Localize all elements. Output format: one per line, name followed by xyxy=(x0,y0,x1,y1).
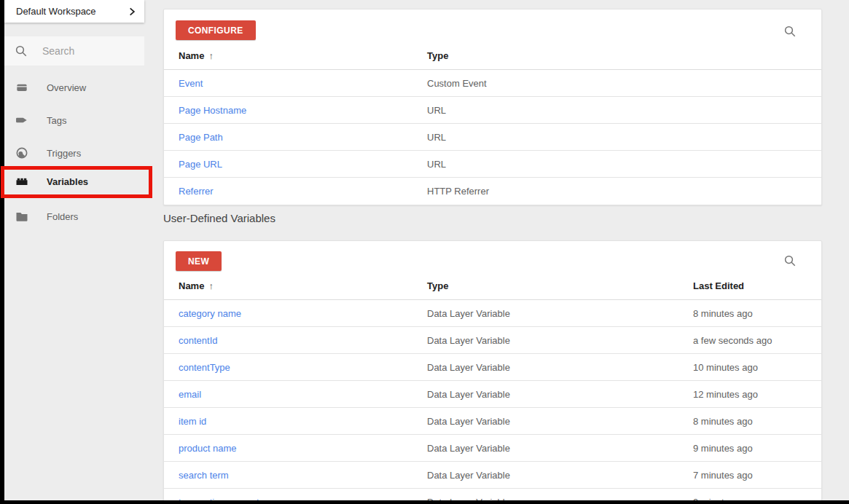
user-defined-variables-card: NEW Name ↑ Type Last Edited category nam… xyxy=(163,240,822,504)
user-defined-table-body: category name Data Layer Variable 8 minu… xyxy=(164,300,821,504)
table-row[interactable]: Page Hostname URL xyxy=(164,97,821,124)
gtm-variables-page: Default Workspace Search Overview Tags T… xyxy=(0,0,849,504)
table-row[interactable]: Page URL URL xyxy=(164,151,821,178)
column-header-last-edited[interactable]: Last Edited xyxy=(693,272,744,299)
table-row[interactable]: product name Data Layer Variable 9 minut… xyxy=(164,435,821,462)
sidebar-item-triggers[interactable]: Triggers xyxy=(4,140,144,166)
screenshot-border-bottom xyxy=(0,500,849,504)
variable-type: URL xyxy=(427,105,446,116)
variable-type: HTTP Referrer xyxy=(427,186,489,197)
sidebar-item-label: Tags xyxy=(47,115,66,126)
sidebar-search-input[interactable]: Search xyxy=(4,36,144,66)
variable-last-edited: 10 minutes ago xyxy=(693,362,758,373)
sidebar-item-label: Variables xyxy=(47,176,88,187)
variable-last-edited: 12 minutes ago xyxy=(693,389,758,400)
column-header-type[interactable]: Type xyxy=(427,272,448,299)
variable-type: Data Layer Variable xyxy=(427,308,510,319)
tag-icon xyxy=(15,113,29,127)
variable-name-link[interactable]: search term xyxy=(179,470,229,481)
search-icon[interactable] xyxy=(783,25,797,38)
search-icon[interactable] xyxy=(783,254,797,267)
builtin-table-header: Name ↑ Type xyxy=(164,42,821,70)
sidebar-item-tags[interactable]: Tags xyxy=(4,107,144,133)
builtin-table-body: Event Custom Event Page Hostname URL Pag… xyxy=(164,70,821,205)
variables-icon xyxy=(15,174,29,189)
table-row[interactable]: Event Custom Event xyxy=(164,70,821,97)
variable-last-edited: a few seconds ago xyxy=(693,335,772,346)
variable-name-link[interactable]: category name xyxy=(179,308,241,319)
search-placeholder: Search xyxy=(42,45,74,57)
variable-name-link[interactable]: email xyxy=(179,389,201,400)
table-row[interactable]: contentId Data Layer Variable a few seco… xyxy=(164,327,821,354)
overview-icon xyxy=(15,80,29,95)
table-row[interactable]: search term Data Layer Variable 7 minute… xyxy=(164,462,821,489)
sidebar-item-folders[interactable]: Folders xyxy=(4,203,144,229)
table-row[interactable]: item id Data Layer Variable 8 minutes ag… xyxy=(164,408,821,435)
variable-name-link[interactable]: contentType xyxy=(179,362,230,373)
table-row[interactable]: contentType Data Layer Variable 10 minut… xyxy=(164,354,821,381)
variable-type: URL xyxy=(427,132,446,143)
variable-name-link[interactable]: product name xyxy=(179,443,237,454)
variable-type: URL xyxy=(427,159,446,170)
variable-last-edited: 7 minutes ago xyxy=(693,470,753,481)
variable-type: Custom Event xyxy=(427,78,487,89)
triggers-icon xyxy=(15,146,29,160)
variable-type: Data Layer Variable xyxy=(427,335,510,346)
sidebar-item-label: Folders xyxy=(47,211,78,222)
sidebar-item-overview[interactable]: Overview xyxy=(4,74,144,101)
configure-button[interactable]: CONFIGURE xyxy=(176,20,256,40)
variable-type: Data Layer Variable xyxy=(427,362,510,373)
folder-icon xyxy=(15,209,29,224)
variable-type: Data Layer Variable xyxy=(427,389,510,400)
workspace-selector[interactable]: Default Workspace xyxy=(4,0,144,23)
sidebar-item-label: Overview xyxy=(47,82,86,93)
table-row[interactable]: Referrer HTTP Referrer xyxy=(164,178,821,205)
user-defined-table-header: Name ↑ Type Last Edited xyxy=(164,272,821,300)
variable-name-link[interactable]: item id xyxy=(179,416,206,427)
variable-name-link[interactable]: Referrer xyxy=(179,186,214,197)
variable-name-link[interactable]: Page URL xyxy=(179,159,222,170)
variable-type: Data Layer Variable xyxy=(427,470,510,481)
variable-type: Data Layer Variable xyxy=(427,416,510,427)
workspace-name: Default Workspace xyxy=(16,6,127,17)
variable-name-link[interactable]: contentId xyxy=(179,335,218,346)
sort-ascending-icon: ↑ xyxy=(208,50,214,61)
table-row[interactable]: category name Data Layer Variable 8 minu… xyxy=(164,300,821,327)
chevron-right-icon[interactable] xyxy=(127,7,137,17)
variable-last-edited: 8 minutes ago xyxy=(693,416,753,427)
column-header-type[interactable]: Type xyxy=(427,42,448,69)
search-icon xyxy=(15,44,28,58)
sort-ascending-icon: ↑ xyxy=(208,280,214,291)
builtin-variables-card: CONFIGURE Name ↑ Type Event Custom Event xyxy=(163,9,822,205)
column-header-name[interactable]: Name ↑ xyxy=(179,272,214,299)
variable-name-link[interactable]: Page Path xyxy=(179,132,223,143)
table-row[interactable]: email Data Layer Variable 12 minutes ago xyxy=(164,381,821,408)
section-title-user-defined: User-Defined Variables xyxy=(163,212,275,224)
variable-last-edited: 8 minutes ago xyxy=(693,308,753,319)
new-button[interactable]: NEW xyxy=(176,251,222,271)
screenshot-border-left xyxy=(0,0,4,504)
table-row[interactable]: Page Path URL xyxy=(164,124,821,151)
variable-name-link[interactable]: Page Hostname xyxy=(179,105,246,116)
sidebar-item-label: Triggers xyxy=(47,148,81,159)
column-header-name[interactable]: Name ↑ xyxy=(179,42,214,69)
variable-last-edited: 9 minutes ago xyxy=(693,443,753,454)
variable-name-link[interactable]: Event xyxy=(179,78,203,89)
sidebar-item-variables[interactable]: Variables xyxy=(4,168,144,194)
variable-type: Data Layer Variable xyxy=(427,443,510,454)
